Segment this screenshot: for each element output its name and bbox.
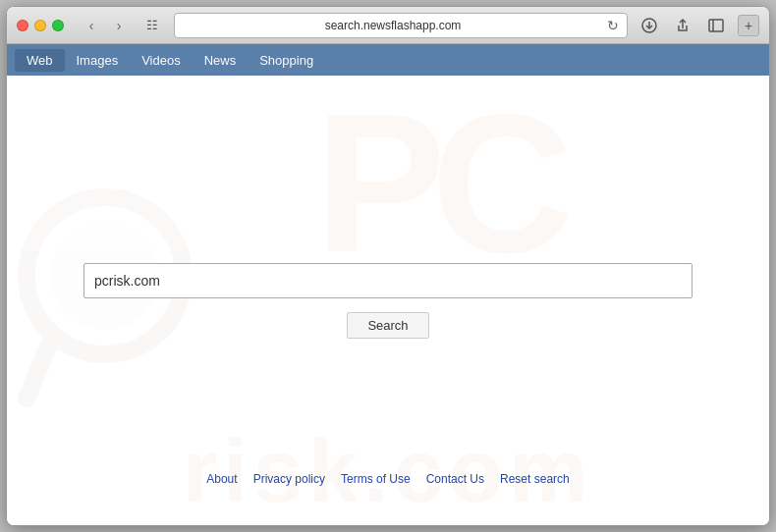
title-bar: ‹ › ☷ search.newsflashapp.com ↻	[7, 7, 769, 44]
share-button[interactable]	[669, 15, 696, 36]
browser-window: ‹ › ☷ search.newsflashapp.com ↻	[6, 6, 770, 526]
footer-links: About Privacy policy Terms of Use Contac…	[206, 472, 569, 486]
tab-shopping[interactable]: Shopping	[248, 49, 325, 72]
toolbar-icons	[636, 15, 730, 36]
tab-videos[interactable]: Videos	[130, 49, 193, 72]
new-tab-button[interactable]: +	[738, 15, 759, 36]
watermark-risk-text: risk.com	[183, 427, 593, 515]
terms-of-use-link[interactable]: Terms of Use	[341, 472, 411, 486]
back-button[interactable]: ‹	[80, 14, 103, 37]
download-button[interactable]	[636, 15, 663, 36]
tab-web[interactable]: Web	[15, 49, 65, 72]
reload-button[interactable]: ↻	[607, 18, 619, 33]
nav-buttons: ‹ ›	[80, 14, 131, 37]
address-bar-container: search.newsflashapp.com ↻	[174, 13, 628, 38]
tab-news[interactable]: News	[193, 49, 249, 72]
close-button[interactable]	[17, 20, 28, 31]
reader-view-button[interactable]: ☷	[139, 15, 166, 36]
search-input-wrapper	[83, 263, 693, 298]
search-button[interactable]: Search	[347, 312, 428, 339]
nav-tabs-bar: Web Images Videos News Shopping	[7, 44, 769, 76]
address-bar[interactable]: search.newsflashapp.com ↻	[174, 13, 628, 38]
reset-search-link[interactable]: Reset search	[500, 472, 570, 486]
sidebar-button[interactable]	[702, 15, 730, 36]
maximize-button[interactable]	[52, 20, 64, 31]
url-text: search.newsflashapp.com	[183, 19, 603, 32]
svg-line-7	[27, 340, 51, 399]
main-content: PC risk.com Search About Privacy policy …	[7, 76, 769, 525]
search-form: Search	[7, 263, 769, 339]
traffic-lights	[17, 20, 64, 31]
forward-button[interactable]: ›	[107, 14, 131, 37]
svg-rect-3	[709, 20, 723, 31]
privacy-policy-link[interactable]: Privacy policy	[253, 472, 325, 486]
tab-images[interactable]: Images	[65, 49, 131, 72]
minimize-button[interactable]	[34, 20, 46, 31]
search-input[interactable]	[83, 263, 693, 298]
watermark-pc-text: PC	[315, 85, 559, 282]
contact-us-link[interactable]: Contact Us	[426, 472, 484, 486]
about-link[interactable]: About	[206, 472, 237, 486]
